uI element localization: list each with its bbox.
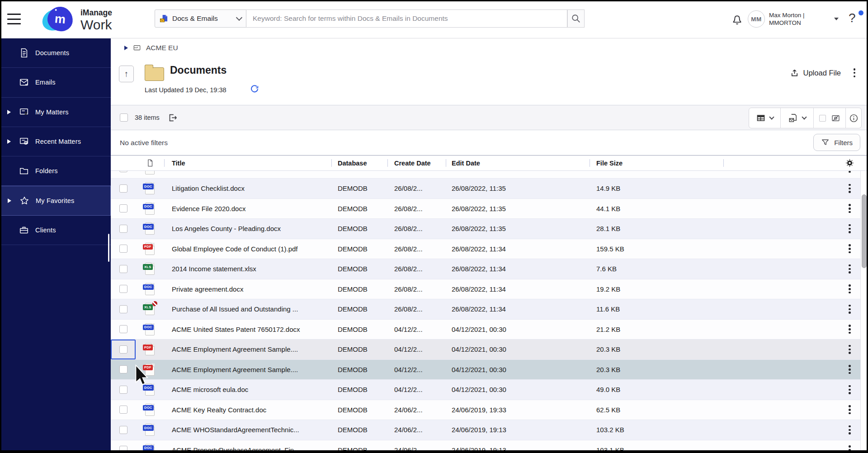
column-title[interactable]: Title	[164, 156, 331, 170]
table-row[interactable]: DOC ACME United States Patent 7650172.do…	[111, 320, 860, 340]
refresh-icon[interactable]	[250, 85, 259, 94]
document-title[interactable]: Private agreement.docx	[164, 279, 331, 299]
column-database[interactable]: Database	[331, 156, 387, 170]
document-title[interactable]: 2014 Income statement.xlsx	[164, 259, 331, 279]
row-menu-button[interactable]	[839, 320, 861, 340]
table-row[interactable]: DOC Private agreement.docx DEMODB 26/08/…	[111, 279, 860, 300]
row-checkbox[interactable]	[119, 204, 127, 212]
breadcrumb[interactable]: ACME EU	[124, 44, 178, 52]
search-input[interactable]	[246, 10, 567, 27]
column-edit-date[interactable]: Edit Date	[446, 156, 590, 170]
table-row[interactable]: PDF Global Employee Code of Conduct (1).…	[111, 239, 860, 260]
user-menu-caret-icon[interactable]	[834, 18, 839, 20]
document-title[interactable]	[164, 171, 331, 178]
vertical-scrollbar[interactable]	[862, 194, 867, 268]
table-row[interactable]: DOC	[111, 171, 860, 179]
expand-arrow-icon[interactable]	[7, 110, 19, 114]
imanage-logo[interactable]: m	[42, 7, 76, 33]
document-title[interactable]: Los Angeles County - Pleading.docx	[164, 219, 331, 239]
row-menu-button[interactable]	[839, 279, 861, 299]
document-title[interactable]: ACME PropertyPurchaseAgreement_Fin...	[164, 440, 331, 453]
sidebar-item-my-matters[interactable]: My Matters	[0, 98, 111, 127]
row-checkbox[interactable]	[119, 245, 127, 253]
document-title[interactable]: Purchase of All Issued and Outstanding .…	[164, 299, 331, 319]
row-checkbox[interactable]	[119, 184, 127, 193]
row-checkbox[interactable]	[119, 426, 127, 434]
row-checkbox[interactable]	[119, 171, 127, 172]
preview-toggle[interactable]	[813, 108, 845, 128]
info-button[interactable]	[845, 108, 861, 128]
row-checkbox[interactable]	[119, 386, 127, 394]
document-title[interactable]: ACME Employment Agreement Sample....	[164, 340, 331, 359]
row-checkbox[interactable]	[119, 305, 127, 313]
filters-button[interactable]: Filters	[813, 134, 860, 151]
navigate-up-button[interactable]: ↑	[119, 66, 134, 82]
document-title[interactable]: ACME Key Realty Contract.doc	[164, 400, 331, 420]
row-checkbox[interactable]	[119, 345, 127, 354]
row-checkbox[interactable]	[119, 265, 127, 273]
row-menu-button[interactable]	[839, 171, 861, 178]
sidebar-scrollbar[interactable]	[108, 234, 109, 262]
document-title[interactable]: ACME Employment Agreement Sample....	[164, 360, 331, 380]
table-row[interactable]: PDF ACME Employment Agreement Sample....…	[111, 340, 860, 360]
document-title[interactable]: Evidence File 2020.docx	[164, 199, 331, 219]
row-checkbox[interactable]	[119, 365, 127, 373]
document-title[interactable]: Litigation Checklist.docx	[164, 179, 331, 198]
preview-mode-dropdown[interactable]	[780, 108, 813, 128]
column-file-size[interactable]: File Size	[590, 156, 723, 170]
search-scope-dropdown[interactable]: Docs & Emails	[155, 9, 246, 28]
search-button[interactable]	[567, 9, 585, 28]
table-row[interactable]: PDF ACME Employment Agreement Sample....…	[111, 360, 860, 380]
row-menu-button[interactable]	[839, 340, 861, 359]
expand-arrow-icon[interactable]	[8, 198, 19, 203]
row-menu-button[interactable]	[839, 440, 861, 453]
sidebar-item-my-favorites[interactable]: My Favorites	[0, 186, 111, 215]
table-row[interactable]: DOC ACME WHOStandardAgreementTechnic... …	[111, 420, 860, 440]
help-button[interactable]: ?	[849, 11, 856, 25]
row-checkbox[interactable]	[119, 285, 127, 293]
row-checkbox[interactable]	[119, 225, 127, 233]
document-title[interactable]: ACME United States Patent 7650172.docx	[164, 320, 331, 340]
row-menu-button[interactable]	[839, 299, 861, 319]
row-checkbox[interactable]	[119, 446, 127, 453]
expand-arrow-icon[interactable]	[7, 139, 19, 144]
select-all-checkbox[interactable]	[120, 113, 128, 122]
preview-checkbox[interactable]	[819, 115, 826, 122]
row-menu-button[interactable]	[839, 400, 861, 420]
table-row[interactable]: DOC Evidence File 2020.docx DEMODB 26/08…	[111, 199, 860, 219]
table-row[interactable]: XLS 2014 Income statement.xlsx DEMODB 26…	[111, 259, 860, 279]
column-create-date[interactable]: Create Date	[387, 156, 446, 170]
row-menu-button[interactable]	[839, 179, 861, 198]
document-title[interactable]: ACME microsoft eula.doc	[164, 380, 331, 400]
document-title[interactable]: ACME WHOStandardAgreementTechnic...	[164, 420, 331, 440]
row-menu-button[interactable]	[839, 219, 861, 239]
sidebar-item-emails[interactable]: Emails	[0, 68, 111, 97]
upload-file-button[interactable]: Upload File	[790, 68, 841, 78]
row-menu-button[interactable]	[839, 420, 861, 440]
table-row[interactable]: XLS Purchase of All Issued and Outstandi…	[111, 299, 860, 320]
table-row[interactable]: DOC ACME Key Realty Contract.doc DEMODB …	[111, 400, 860, 420]
row-menu-button[interactable]	[839, 259, 861, 279]
column-settings-button[interactable]	[839, 156, 861, 170]
sidebar-item-folders[interactable]: Folders	[0, 156, 111, 186]
export-icon[interactable]	[168, 113, 178, 123]
bell-icon[interactable]	[731, 12, 744, 26]
sidebar-item-recent-matters[interactable]: Recent Matters	[0, 127, 111, 156]
table-row[interactable]: DOC ACME PropertyPurchaseAgreement_Fin..…	[111, 440, 860, 453]
row-menu-button[interactable]	[839, 380, 861, 400]
breadcrumb-expand-icon[interactable]	[124, 46, 128, 50]
row-checkbox[interactable]	[119, 406, 127, 414]
document-title[interactable]: Global Employee Code of Conduct (1).pdf	[164, 239, 331, 259]
row-menu-button[interactable]	[839, 199, 861, 219]
table-view-dropdown[interactable]	[749, 108, 780, 128]
table-row[interactable]: DOC ACME microsoft eula.doc DEMODB 04/12…	[111, 380, 860, 400]
row-checkbox[interactable]	[119, 325, 127, 333]
table-row[interactable]: DOC Los Angeles County - Pleading.docx D…	[111, 219, 860, 239]
row-menu-button[interactable]	[839, 239, 861, 259]
header-menu-button[interactable]	[854, 68, 856, 77]
sidebar-item-documents[interactable]: Documents	[0, 38, 111, 68]
table-row[interactable]: DOC Litigation Checklist.docx DEMODB 26/…	[111, 179, 860, 199]
row-menu-button[interactable]	[839, 360, 861, 380]
sidebar-item-clients[interactable]: Clients	[0, 216, 111, 245]
avatar[interactable]: MM	[748, 10, 765, 28]
